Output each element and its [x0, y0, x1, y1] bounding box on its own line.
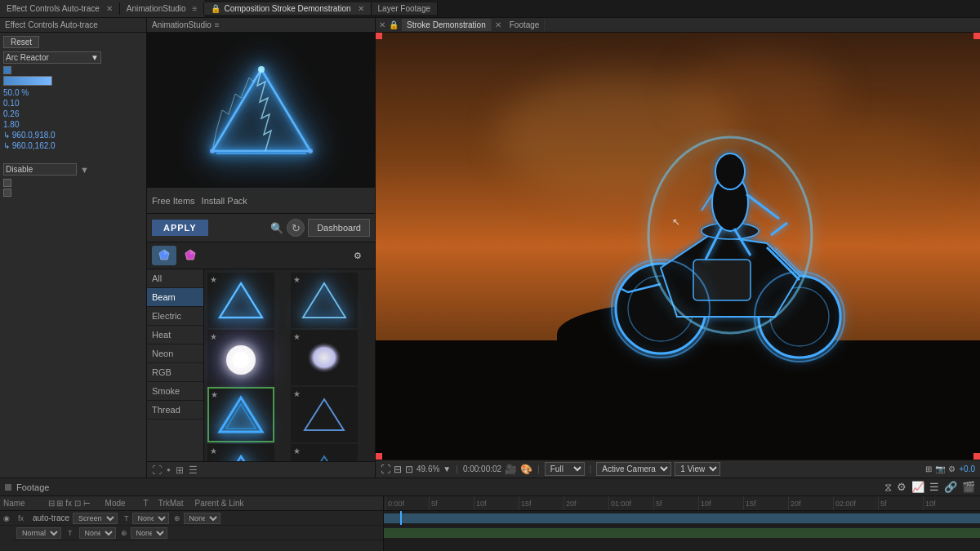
color-picker-icon[interactable]: 🎨 — [520, 464, 532, 475]
category-thread[interactable]: Thread — [147, 401, 203, 420]
value-6[interactable]: ↳ 960.0,162.0 — [3, 141, 143, 150]
effect-cell-3[interactable]: ★ — [207, 330, 274, 385]
timecode-display[interactable]: 0:00:00:02 — [463, 464, 501, 473]
footage-label: Footage — [16, 482, 49, 492]
preset-dropdown[interactable]: Arc Reactor ▼ — [3, 51, 101, 64]
star-icon-6[interactable]: ★ — [293, 389, 301, 398]
effect-controls-tab[interactable]: Effect Controls Auto-trace ✕ — [0, 2, 120, 15]
layer-solo-icon[interactable]: ◉ — [3, 514, 15, 522]
composition-icon[interactable]: 🎬 — [962, 481, 975, 493]
marker-01-05f: 5f — [653, 496, 662, 510]
value-1[interactable]: 50.0 % — [3, 88, 143, 97]
category-heat[interactable]: Heat — [147, 326, 203, 344]
zoom-label[interactable]: 49.6% — [416, 464, 439, 473]
settings-icon-comp[interactable]: ⚙ — [948, 464, 956, 473]
layers-icon[interactable]: ☰ — [929, 481, 939, 493]
close-icon-comp[interactable]: ✕ — [358, 4, 364, 13]
expand-icon[interactable]: ⛶ — [152, 464, 162, 476]
star-icon-4[interactable]: ★ — [293, 332, 301, 341]
reset-button[interactable]: Reset — [3, 36, 39, 48]
column-mode: Mode — [105, 499, 126, 508]
category-rgb[interactable]: RGB — [147, 363, 203, 382]
parent-select-2[interactable]: None — [131, 527, 167, 539]
grid-view-icon[interactable]: ⊞ — [925, 464, 932, 473]
install-pack-link[interactable]: Install Pack — [202, 196, 247, 206]
track-bar-2[interactable] — [384, 528, 980, 538]
category-smoke[interactable]: Smoke — [147, 382, 203, 401]
free-items-link[interactable]: Free Items — [152, 196, 195, 206]
track-bar-1[interactable] — [384, 513, 980, 523]
trkmat-select[interactable]: None — [132, 513, 169, 524]
trkmat-select-2[interactable]: None — [79, 527, 116, 539]
track-1[interactable] — [384, 511, 980, 526]
expand-icon-comp[interactable]: ⛶ — [381, 464, 390, 475]
blend-mode-select-2[interactable]: Normal — [16, 527, 61, 539]
menu-icon[interactable]: ≡ — [193, 4, 198, 13]
comp-tab-footage[interactable]: Footage — [505, 19, 546, 31]
star-icon-8[interactable]: ★ — [293, 447, 301, 455]
value-2[interactable]: 0.10 — [3, 99, 143, 108]
close-icon-stroke[interactable]: ✕ — [495, 20, 501, 29]
keyframe-icon[interactable]: ⧖ — [884, 481, 892, 494]
value-3[interactable]: 0.26 — [3, 109, 143, 118]
gem-icon-secondary[interactable] — [178, 246, 203, 265]
dashboard-button[interactable]: Dashboard — [308, 219, 370, 237]
effect-cell-7[interactable]: ★ — [207, 444, 274, 461]
view-quality-select[interactable]: Full Half Third — [545, 462, 585, 476]
apply-button[interactable]: APPLY — [152, 220, 208, 236]
layer-row-autotrace[interactable]: ◉ fx auto-trace Screen Normal Multiply T… — [0, 511, 383, 526]
track-2[interactable] — [384, 526, 980, 540]
small-checkbox[interactable] — [3, 179, 11, 187]
camera-icon[interactable]: 🎥 — [505, 464, 517, 475]
effect-cell-6[interactable]: ★ — [291, 387, 358, 442]
parent-select[interactable]: None — [184, 513, 220, 524]
grid-icon[interactable]: ⊞ — [176, 464, 184, 476]
settings-icon[interactable]: ⚙ — [345, 246, 370, 265]
graph-icon[interactable]: 📈 — [911, 481, 924, 493]
effect-cell-8[interactable]: ★ — [291, 444, 358, 461]
composition-viewport[interactable]: ↖ — [376, 33, 980, 460]
animation-studio-tab[interactable]: AnimationStudio ≡ — [120, 2, 205, 15]
marker-5f: 5f — [429, 496, 438, 510]
layer-row-normal[interactable]: Normal T None ⊕ None — [13, 526, 383, 540]
effect-cell-1[interactable]: ★ — [207, 273, 274, 328]
effect-cell-4[interactable]: ★ — [291, 330, 358, 385]
checkbox-1[interactable] — [3, 66, 11, 74]
zoom-select-arrow[interactable]: ▼ — [443, 464, 451, 473]
view-count-select[interactable]: 1 View — [675, 462, 720, 476]
timeline-columns-header: Name ⊟ ⊞ fx ⊡ ⊢ Mode T TrkMat Parent & L… — [0, 496, 383, 511]
disable-dropdown[interactable]: Disable — [3, 163, 77, 176]
close-icon[interactable]: ✕ — [106, 4, 113, 13]
effect-controls-header-label: Effect Controls Auto-trace — [5, 20, 98, 29]
gem-icon-active[interactable] — [152, 246, 176, 265]
small-checkbox-2[interactable] — [3, 189, 11, 197]
category-electric[interactable]: Electric — [147, 307, 203, 326]
effect-cell-2[interactable]: ★ — [291, 273, 358, 328]
layer-fx-icon[interactable]: fx — [18, 514, 29, 522]
blend-mode-select[interactable]: Screen Normal Multiply — [73, 513, 118, 524]
layer-footage-tab[interactable]: Layer Footage — [372, 2, 439, 15]
value-4[interactable]: 1.80 — [3, 120, 143, 129]
snapshot-icon[interactable]: 📷 — [935, 464, 945, 473]
refresh-icon[interactable]: ↻ — [287, 219, 305, 237]
timeline-top-bar: Footage ⧖ ⚙ 📈 ☰ 🔗 🎬 — [0, 478, 980, 496]
category-neon[interactable]: Neon — [147, 344, 203, 363]
color-bar[interactable] — [3, 76, 52, 86]
top-bar: Effect Controls Auto-trace ✕ AnimationSt… — [0, 0, 980, 18]
category-all[interactable]: All — [147, 269, 203, 288]
composition-tab[interactable]: 🔒 Composition Stroke Demonstration ✕ — [204, 2, 371, 15]
camera-mode-select[interactable]: Active Camera — [596, 462, 671, 476]
link-icon[interactable]: 🔗 — [944, 481, 957, 493]
playhead[interactable] — [400, 511, 402, 525]
safe-zone-icon[interactable]: ⊡ — [405, 464, 413, 475]
effect-cell-5[interactable]: ★ — [207, 387, 274, 442]
value-5[interactable]: ↳ 960.0,918.0 — [3, 131, 143, 140]
marker-01-10f: 10f — [698, 496, 711, 510]
search-icon[interactable]: 🔍 — [270, 222, 283, 234]
settings-icon-tl[interactable]: ⚙ — [897, 481, 906, 493]
list-icon[interactable]: ☰ — [189, 464, 198, 476]
comp-tab-stroke[interactable]: Stroke Demonstration — [402, 19, 492, 31]
split-view-icon[interactable]: ⊟ — [394, 464, 402, 475]
category-beam[interactable]: Beam — [147, 288, 203, 307]
svg-line-29 — [771, 223, 787, 235]
